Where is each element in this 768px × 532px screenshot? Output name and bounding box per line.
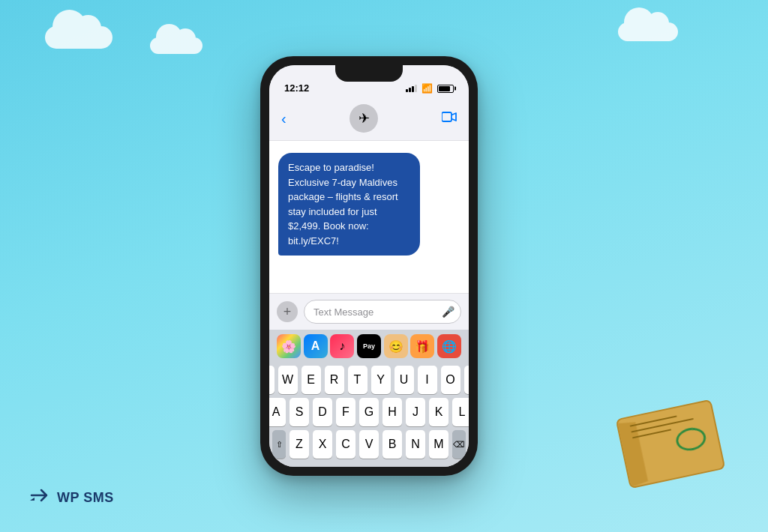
- message-bubble: Escape to paradise! Exclusive 7-day Mald…: [278, 153, 420, 256]
- key-w[interactable]: W: [278, 366, 298, 394]
- back-button[interactable]: ‹: [281, 110, 286, 127]
- key-z[interactable]: Z: [290, 430, 309, 459]
- cloud-1: [45, 26, 112, 49]
- phone-screen: 12:12 📶 ‹ ✈: [269, 65, 469, 467]
- key-g[interactable]: G: [359, 398, 379, 426]
- contact-icon: ✈: [358, 110, 370, 127]
- keyboard-row-3: ⇧ Z X C V B N M ⌫: [272, 430, 466, 459]
- status-time: 12:12: [284, 82, 309, 94]
- key-n[interactable]: N: [406, 430, 425, 459]
- photos-app-icon[interactable]: 🌸: [277, 334, 301, 358]
- key-j[interactable]: J: [406, 398, 425, 426]
- memoji1-icon[interactable]: 😊: [384, 334, 408, 358]
- key-r[interactable]: R: [325, 366, 344, 394]
- plus-icon: +: [284, 304, 292, 320]
- key-d[interactable]: D: [313, 398, 332, 426]
- contact-avatar[interactable]: ✈: [350, 104, 378, 133]
- key-i[interactable]: I: [418, 366, 437, 394]
- message-text: Escape to paradise! Exclusive 7-day Mald…: [288, 162, 398, 247]
- phone-notch: [335, 65, 403, 82]
- wpsms-send-icon: [30, 487, 51, 508]
- cloud-3: [618, 22, 678, 41]
- key-b[interactable]: B: [382, 430, 402, 459]
- wifi-icon: 📶: [422, 83, 433, 94]
- shift-key[interactable]: ⇧: [272, 430, 286, 459]
- mic-icon[interactable]: 🎤: [442, 306, 454, 318]
- key-q[interactable]: Q: [269, 366, 274, 394]
- text-message-field[interactable]: Text Message 🎤: [304, 300, 461, 324]
- key-a[interactable]: A: [269, 398, 286, 426]
- iphone-body: 12:12 📶 ‹ ✈: [260, 56, 478, 476]
- appstore-icon[interactable]: A: [304, 334, 328, 358]
- keyboard-row-2: A S D F G H J K L: [272, 398, 466, 426]
- key-o[interactable]: O: [441, 366, 460, 394]
- status-icons: 📶: [406, 83, 454, 94]
- video-call-button[interactable]: [442, 112, 457, 125]
- message-input-area[interactable]: + Text Message 🎤: [269, 293, 469, 330]
- keyboard-row-1: Q W E R T Y U I O P: [272, 366, 466, 394]
- applepay-icon[interactable]: Pay: [357, 334, 381, 358]
- input-placeholder: Text Message: [314, 306, 374, 318]
- key-x[interactable]: X: [313, 430, 332, 459]
- key-p[interactable]: P: [464, 366, 470, 394]
- music-icon[interactable]: ♪: [330, 334, 354, 358]
- globe-icon[interactable]: 🌐: [437, 334, 461, 358]
- key-e[interactable]: E: [302, 366, 321, 394]
- battery-icon: [437, 85, 454, 93]
- messages-header: ‹ ✈: [269, 98, 469, 141]
- svg-rect-0: [442, 112, 452, 121]
- cloud-2: [150, 37, 202, 54]
- key-l[interactable]: L: [452, 398, 469, 426]
- signal-icon: [406, 85, 417, 92]
- key-t[interactable]: T: [348, 366, 368, 394]
- keyboard: Q W E R T Y U I O P A S D F G H: [269, 363, 469, 467]
- messages-area: Escape to paradise! Exclusive 7-day Mald…: [269, 141, 469, 293]
- wpsms-logo: WP SMS: [30, 487, 114, 508]
- add-button[interactable]: +: [277, 301, 298, 322]
- key-k[interactable]: K: [429, 398, 448, 426]
- key-m[interactable]: M: [429, 430, 448, 459]
- key-f[interactable]: F: [336, 398, 356, 426]
- wpsms-brand-text: WP SMS: [57, 490, 114, 506]
- key-u[interactable]: U: [394, 366, 414, 394]
- phone-mockup: 12:12 📶 ‹ ✈: [260, 56, 478, 476]
- key-v[interactable]: V: [359, 430, 379, 459]
- map-decoration: [622, 408, 727, 491]
- emoji-app-row: 🌸 A ♪ Pay 😊 🎁 🌐: [269, 330, 469, 363]
- key-c[interactable]: C: [336, 430, 356, 459]
- key-h[interactable]: H: [382, 398, 402, 426]
- key-y[interactable]: Y: [371, 366, 391, 394]
- delete-key[interactable]: ⌫: [452, 430, 466, 459]
- key-s[interactable]: S: [290, 398, 309, 426]
- memoji2-icon[interactable]: 🎁: [410, 334, 434, 358]
